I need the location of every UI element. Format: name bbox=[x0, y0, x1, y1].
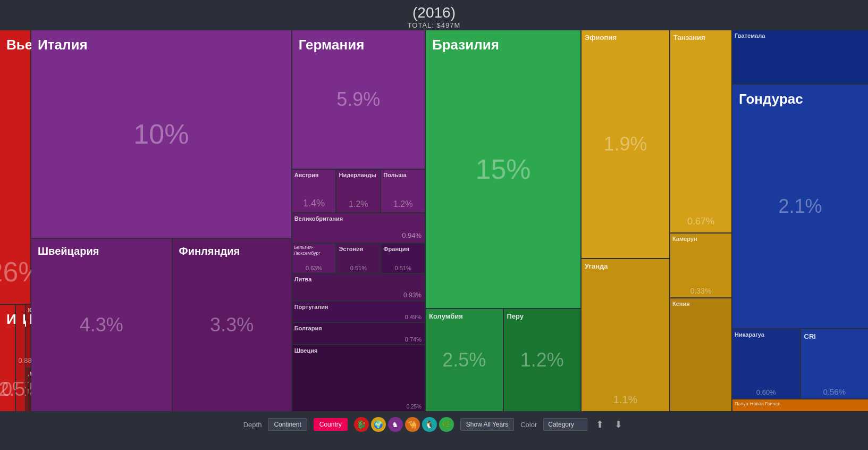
tile-germany[interactable]: Германия 5.9% bbox=[292, 30, 425, 169]
ethiopia-label: Эфиопия bbox=[585, 34, 617, 41]
tile-ethiopia[interactable]: Эфиопия 1.9% bbox=[582, 30, 669, 258]
tile-sweden[interactable]: Швеция 0.25% bbox=[292, 345, 425, 411]
tile-france[interactable]: Франция 0.51% bbox=[381, 244, 425, 273]
poland-label: Польша bbox=[383, 172, 406, 178]
tile-colombia[interactable]: Колумбия 2.5% bbox=[426, 309, 503, 411]
switzerland-label: Швейцария bbox=[38, 245, 99, 257]
belglux-pct: 0.63% bbox=[306, 265, 322, 271]
depth-label: Depth bbox=[243, 421, 262, 429]
tile-italy[interactable]: Италия 10% bbox=[31, 30, 291, 238]
austria-pct: 1.4% bbox=[303, 198, 325, 209]
tile-japan[interactable]: Япония bbox=[29, 369, 30, 411]
americas-icon[interactable]: 🌿 bbox=[439, 417, 454, 432]
netherlands-label: Нидерланды bbox=[339, 172, 376, 178]
estonia-pct: 0.51% bbox=[350, 265, 367, 271]
switzerland-pct: 4.3% bbox=[80, 314, 123, 336]
col-asia: Вьетнам 26% Индонезия 9.0% Индия 2.5% Ки… bbox=[0, 30, 30, 411]
uk-label: Великобритания bbox=[294, 215, 343, 222]
tile-cameroon[interactable]: Камерун 0.33% bbox=[670, 234, 731, 297]
guatemala-label: Гватемала bbox=[735, 32, 765, 39]
asia-icon[interactable]: 🐉 bbox=[354, 417, 369, 432]
png-label: Папуа-Новая Гвинея bbox=[735, 401, 780, 406]
bulgaria-label: Болгария bbox=[294, 325, 322, 331]
germany-pct: 5.9% bbox=[336, 88, 380, 111]
tanzania-pct: 0.67% bbox=[687, 216, 714, 227]
tile-netherlands[interactable]: Нидерланды 1.2% bbox=[336, 170, 380, 212]
tile-nicaragua[interactable]: Никарагуа 0.60% bbox=[732, 329, 800, 398]
africa-icon[interactable]: 🌍 bbox=[371, 417, 386, 432]
tile-brazil[interactable]: Бразилия 15% bbox=[426, 30, 580, 308]
nic-cri-row: Никарагуа 0.60% CRI 0.56% bbox=[732, 329, 868, 398]
honduras-label: Гондурас bbox=[739, 91, 803, 107]
kenya-label: Кения bbox=[672, 301, 690, 307]
nicaragua-pct: 0.60% bbox=[756, 388, 776, 396]
col-germany-group: Германия 5.9% Австрия 1.4% Нидерланды 1.… bbox=[292, 30, 425, 411]
colombia-label: Колумбия bbox=[429, 312, 463, 320]
tile-vietnam[interactable]: Вьетнам 26% bbox=[0, 30, 30, 304]
cameroon-label: Камерун bbox=[672, 236, 697, 242]
france-label: Франция bbox=[383, 246, 409, 252]
tile-china[interactable]: Китай 0.88% bbox=[26, 305, 30, 368]
portugal-pct: 0.49% bbox=[405, 314, 422, 320]
col-italy-group: Италия 10% Швейцария 4.3% Финляндия 3.3% bbox=[31, 30, 291, 411]
col-peru-row: Колумбия 2.5% Перу 1.2% bbox=[426, 309, 580, 411]
footer: Depth Continent Country 🐉 🌍 ♞ 🐪 🐧 🌿 Show… bbox=[0, 411, 868, 438]
austria-label: Австрия bbox=[294, 172, 319, 178]
col-brazil-group: Бразилия 15% Колумбия 2.5% Перу 1.2% bbox=[426, 30, 580, 411]
tile-switzerland[interactable]: Швейцария 4.3% bbox=[31, 239, 172, 411]
tile-papuanewguinea[interactable]: Папуа-Новая Гвинея bbox=[732, 399, 868, 411]
col-honduras-group: Гватемала Гондурас 2.1% Никарагуа 0.60% … bbox=[732, 30, 868, 411]
category-select[interactable]: Category bbox=[543, 418, 587, 431]
portugal-label: Португалия bbox=[294, 304, 328, 310]
tile-poland[interactable]: Польша 1.2% bbox=[381, 170, 425, 212]
tile-litva[interactable]: Литва 0.93% bbox=[292, 274, 425, 301]
total-label: TOTAL: $497M bbox=[0, 21, 868, 29]
europe-icon[interactable]: ♞ bbox=[388, 417, 403, 432]
tile-peru[interactable]: Перу 1.2% bbox=[504, 309, 581, 411]
tile-belglux[interactable]: Бельгия-Люксембург 0.63% bbox=[292, 244, 336, 273]
share-icon[interactable]: ⬆ bbox=[594, 419, 606, 430]
tile-guatemala-top[interactable]: Гватемала bbox=[732, 30, 868, 84]
finland-pct: 3.3% bbox=[210, 314, 254, 336]
belglux-label: Бельгия-Люксембург bbox=[294, 245, 336, 256]
tile-honduras[interactable]: Гондурас 2.1% bbox=[732, 85, 868, 328]
tile-estonia[interactable]: Эстония 0.51% bbox=[336, 244, 380, 273]
asia-bottom-row: Индонезия 9.0% Индия 2.5% Китай 0.88% Ар… bbox=[0, 305, 30, 411]
col-africa-group: Эфиопия 1.9% Уганда 1.1% bbox=[582, 30, 669, 411]
france-pct: 0.51% bbox=[395, 265, 411, 271]
tile-uganda[interactable]: Уганда 1.1% bbox=[582, 259, 669, 411]
netherlands-pct: 1.2% bbox=[349, 199, 368, 209]
year-label: (2016) bbox=[0, 4, 868, 21]
pacific-icon[interactable]: 🐧 bbox=[422, 417, 437, 432]
col-europe-full: Италия 10% Швейцария 4.3% Финляндия 3.3%… bbox=[31, 30, 425, 411]
tile-uk[interactable]: Великобритания 0.94% bbox=[292, 213, 425, 243]
tile-armenia[interactable]: Армения bbox=[26, 369, 28, 411]
download-icon[interactable]: ⬇ bbox=[612, 419, 625, 430]
btn-continent[interactable]: Continent bbox=[268, 418, 307, 431]
tile-kenya[interactable]: Кения bbox=[670, 298, 731, 411]
brazil-pct: 15% bbox=[475, 153, 530, 185]
nicaragua-label: Никарагуа bbox=[735, 331, 764, 338]
col-right-full: Бразилия 15% Колумбия 2.5% Перу 1.2% Эфи… bbox=[426, 30, 868, 411]
estonia-label: Эстония bbox=[339, 246, 363, 252]
continent-icons: 🐉 🌍 ♞ 🐪 🐧 🌿 bbox=[354, 417, 454, 432]
tile-bulgaria[interactable]: Болгария 0.74% bbox=[292, 323, 425, 344]
btn-show-all-years[interactable]: Show All Years bbox=[460, 418, 514, 431]
tile-finland[interactable]: Финляндия 3.3% bbox=[173, 239, 291, 411]
sweden-pct: 0.25% bbox=[407, 404, 422, 410]
mideast-icon[interactable]: 🐪 bbox=[405, 417, 420, 432]
uk-pct: 0.94% bbox=[402, 231, 422, 239]
belg-row: Бельгия-Люксембург 0.63% Эстония 0.51% Ф… bbox=[292, 244, 425, 273]
btn-country[interactable]: Country bbox=[314, 418, 348, 431]
italy-label: Италия bbox=[38, 37, 88, 53]
italy-pct: 10% bbox=[133, 118, 189, 150]
uganda-pct: 1.1% bbox=[613, 394, 638, 406]
tile-portugal[interactable]: Португалия 0.49% bbox=[292, 302, 425, 322]
tile-cri[interactable]: CRI 0.56% bbox=[801, 329, 869, 398]
ethiopia-pct: 1.9% bbox=[603, 133, 647, 155]
germany-label: Германия bbox=[299, 37, 365, 53]
litva-pct: 0.93% bbox=[403, 291, 422, 299]
uganda-label: Уганда bbox=[585, 262, 608, 270]
tile-austria[interactable]: Австрия 1.4% bbox=[292, 170, 336, 212]
tile-tanzania[interactable]: Танзания 0.67% bbox=[670, 30, 731, 232]
